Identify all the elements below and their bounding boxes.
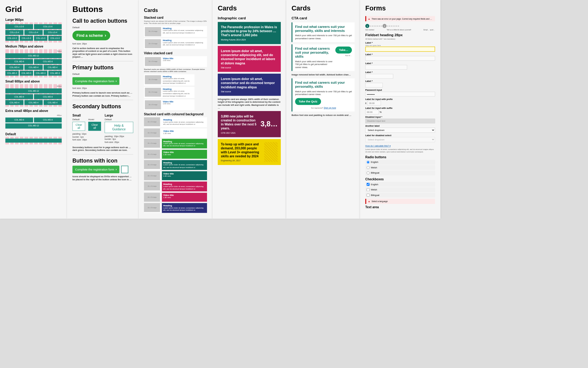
card-thumb: 16 x 9 image bbox=[145, 75, 161, 84]
checkbox-heading: Checkboxes bbox=[365, 178, 435, 181]
default-label: Default bbox=[73, 73, 134, 75]
password-input[interactable] bbox=[365, 92, 435, 97]
card-thumb: 16 x 9 image bbox=[145, 88, 161, 97]
radio-english[interactable]: English bbox=[365, 160, 435, 164]
cta-card: Find out what careers suit your personal… bbox=[292, 79, 355, 112]
check-bilingual[interactable]: Bilingual bbox=[365, 193, 435, 197]
radio-heading: Radio buttons bbox=[365, 155, 435, 159]
secondary-small-button[interactable]: Clear all bbox=[73, 122, 85, 131]
video-card-green[interactable]: 16 x 9 imageVideo title1:30 mins bbox=[144, 150, 207, 159]
field-error: Select a language bbox=[365, 199, 435, 204]
text-input[interactable] bbox=[365, 56, 435, 61]
grid-col: COL-MD-6 bbox=[6, 59, 33, 64]
stat-number: 3,8… bbox=[261, 120, 278, 128]
grid-small-heading: Small 600px and above bbox=[6, 80, 62, 83]
stacked-card[interactable]: 16 x 9 imageHeadingLorem ipsum dolor sit… bbox=[144, 117, 207, 127]
stacked-card-heading: Stacked card bbox=[144, 16, 207, 19]
grid-col: COL-LG-3 bbox=[6, 36, 19, 41]
card-duration: 1:30 mins bbox=[163, 59, 173, 62]
text-input-highlighted[interactable] bbox=[365, 47, 435, 52]
infographic-card: Lorem ipsum dolor sit amet, consectetur … bbox=[218, 46, 281, 72]
radio-bilingual[interactable]: Bilingual bbox=[365, 171, 435, 175]
secondary-icon-button[interactable] bbox=[121, 166, 128, 173]
video-card[interactable]: 16 x 9 imageVideo title1:30 mins bbox=[144, 56, 207, 67]
prefix-label: Label for input with prefix bbox=[365, 98, 435, 100]
stacked-80-note: Stacked cards are always 100% width of t… bbox=[144, 68, 207, 73]
text-input[interactable] bbox=[365, 74, 393, 79]
grid-col: COL-MD-12 bbox=[6, 123, 62, 128]
field-label: Label * bbox=[365, 62, 435, 64]
step-2[interactable]: 2 bbox=[383, 24, 386, 28]
check-welsh[interactable]: Welsh bbox=[365, 187, 435, 192]
cta-card-sub: Match your skills and interests to over … bbox=[295, 34, 352, 40]
take-quiz-button[interactable]: Take the Quiz bbox=[295, 98, 321, 105]
suffix-input[interactable] bbox=[365, 110, 379, 114]
coloured-bg-heading: Stacked card with coloured background bbox=[144, 112, 207, 116]
spec-small: padding: 10px border: 1px font-size: 16p… bbox=[73, 132, 101, 141]
video-card-crimson[interactable]: 16 x 9 imageVideo title1:30 mins bbox=[144, 193, 207, 202]
step-1[interactable]: 1 bbox=[365, 24, 369, 28]
buttons-title: Buttons bbox=[73, 5, 134, 14]
buttons-panel: Buttons Call to action buttons Default F… bbox=[67, 0, 139, 219]
step-labels: Get startedTell us a little bit about yo… bbox=[365, 29, 435, 31]
cta-heading: Call to action buttons bbox=[73, 18, 134, 24]
primary-size: font size: 20px bbox=[73, 87, 134, 90]
grid-col: COL-MD-6 bbox=[6, 94, 33, 99]
stacked-card[interactable]: 16 x 9 imageHeadingLorem ipsum dolor sit… bbox=[144, 87, 194, 98]
stacked-card[interactable]: 16 x 9 imageHeadingLorem ipsum dolor sit… bbox=[144, 38, 207, 49]
grid-col: COL-MD-12 bbox=[6, 88, 62, 93]
grid-col bbox=[6, 139, 62, 143]
cta-button[interactable]: Find a scheme bbox=[73, 31, 110, 40]
prefix-input[interactable] bbox=[368, 101, 381, 105]
stacked-card[interactable]: 16 x 9 imageHeadingLorem ipsum dolor sit… bbox=[144, 26, 207, 37]
calculate-link[interactable]: How do I calculate this? ▾ bbox=[365, 145, 391, 147]
forms-title: Forms bbox=[365, 5, 435, 12]
primary-description: Primary buttons used to launch new servi… bbox=[73, 91, 134, 97]
secondary-small-hover-button[interactable]: Clear all bbox=[88, 122, 101, 131]
grid-col: COL-MD-4 bbox=[24, 100, 43, 105]
primary-button[interactable]: Complete the registration form bbox=[73, 77, 119, 85]
grid-xsmall-heading: Extra small 480px and above bbox=[6, 109, 62, 113]
video-card[interactable]: 16 x 9 imageVideo title1:30 mins bbox=[144, 128, 207, 137]
video-card-teal[interactable]: 16 x 9 imageVideo title1:30 mins bbox=[144, 171, 207, 180]
disabled-select-label: Label for disabled select bbox=[365, 134, 435, 137]
cards-title: Cards bbox=[218, 5, 281, 12]
textarea-label: Text area bbox=[365, 205, 435, 209]
stacked-card-crimson[interactable]: 16 x 9 imageHeadingLorem ipsum dolor sit… bbox=[144, 182, 207, 191]
stacked-card[interactable]: 16 x 9 imageHeadingLorem ipsum dolor sit… bbox=[144, 74, 194, 86]
take-quiz-button[interactable]: Take… bbox=[335, 47, 352, 54]
infographic-card: The Paramedic profession in Wales is pre… bbox=[218, 22, 281, 44]
signup-link[interactable]: Sign up now bbox=[324, 106, 336, 109]
width-marker: 480px bbox=[6, 114, 62, 117]
forms-panel: Forms There was an error on your page. C… bbox=[360, 0, 440, 219]
video-stacked-heading: Video stacked card bbox=[144, 51, 207, 55]
image-removed-note: Image removed below full width. Advised … bbox=[292, 73, 355, 76]
check-english[interactable]: English bbox=[365, 182, 435, 187]
stacked-card-teal[interactable]: 16 x 9 imageHeadingLorem ipsum dolor sit… bbox=[144, 160, 207, 170]
text-input[interactable] bbox=[365, 83, 383, 87]
primary-icon-button[interactable]: Complete the registration form bbox=[73, 166, 119, 173]
select-dropdown[interactable]: Select dropdown bbox=[365, 128, 435, 133]
grid-col: COL-MD-3 bbox=[20, 71, 33, 76]
suffix-symbol: % bbox=[380, 111, 382, 113]
large-heading: Large bbox=[105, 113, 133, 117]
width-marker: 600px bbox=[6, 85, 62, 88]
stacked-card-navy[interactable]: 16 x 9 imageHeadingLorem ipsum dolor sit… bbox=[144, 203, 207, 213]
video-card[interactable]: 16 x 9 imageVideo title1:30 mins bbox=[144, 99, 194, 110]
grid-col: COL-MD-6 bbox=[34, 117, 62, 122]
cards-title: Cards bbox=[292, 5, 355, 12]
grid-col: COL-MD-3 bbox=[48, 71, 62, 76]
radio-welsh[interactable]: Welsh bbox=[365, 165, 435, 170]
cards-title: Cards bbox=[144, 8, 207, 13]
disabled-input bbox=[365, 119, 435, 123]
card-heading: Heading bbox=[163, 39, 206, 42]
grid-col: COL-MD-3 bbox=[34, 71, 47, 76]
text-input[interactable] bbox=[365, 65, 407, 70]
help-text: Help text goes here bbox=[365, 45, 435, 47]
infographic-card: 3,890 new jobs will be created in constr… bbox=[218, 111, 281, 137]
secondary-large-button[interactable]: Help & Guidance bbox=[105, 122, 133, 133]
stacked-card-green[interactable]: 16 x 9 imageHeadingLorem ipsum dolor sit… bbox=[144, 139, 207, 148]
select-label: Another label bbox=[365, 125, 435, 127]
card-thumb: 16 x 9 image bbox=[145, 57, 161, 66]
icon-description: Icons should be displayed as SVGs where … bbox=[73, 175, 134, 181]
